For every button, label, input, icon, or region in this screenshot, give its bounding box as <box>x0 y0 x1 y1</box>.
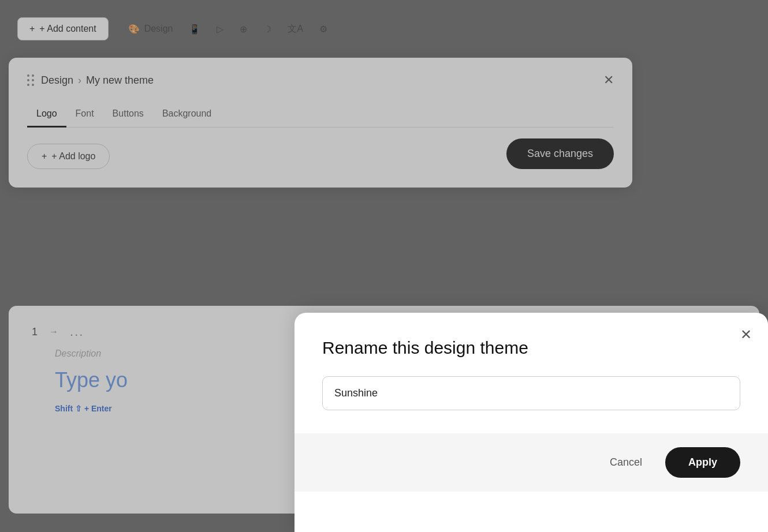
modal-close-button[interactable]: ✕ <box>740 327 752 343</box>
theme-name-input[interactable] <box>322 376 740 410</box>
modal-footer: Cancel Apply <box>294 433 768 492</box>
modal-title: Rename this design theme <box>322 338 740 358</box>
apply-button[interactable]: Apply <box>665 447 740 478</box>
cancel-button[interactable]: Cancel <box>598 449 654 475</box>
modal-overlay: ✕ Rename this design theme Cancel Apply <box>0 0 768 532</box>
rename-theme-modal: ✕ Rename this design theme Cancel Apply <box>294 313 768 532</box>
